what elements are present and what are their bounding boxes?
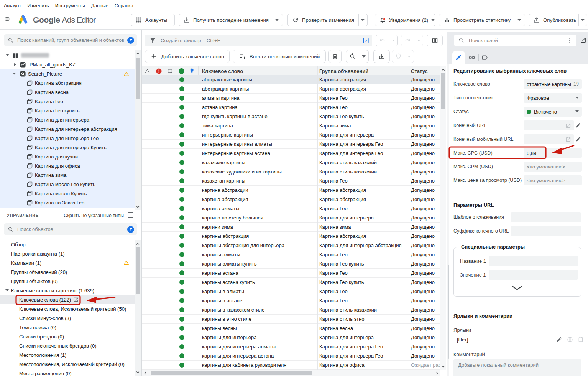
scroll-up-icon[interactable] — [135, 51, 141, 56]
keyword-row[interactable]: картины весны Картина весна Допущено — [142, 324, 440, 333]
tree-item-adgroup[interactable]: Картина для интерьера Купить — [0, 143, 135, 152]
management-item[interactable]: Группы объявлений (20) — [0, 267, 135, 277]
tree-item-adgroup[interactable]: Картина Гео — [0, 97, 135, 106]
keyword-row[interactable]: астана картина Картина Гео Допущено — [142, 103, 440, 112]
cell-keyword[interactable]: картины астана купить — [199, 279, 317, 285]
cell-status[interactable]: Допущено — [409, 316, 440, 322]
scroll-up-icon[interactable] — [440, 67, 446, 72]
cell-group[interactable]: Картина для интерьера — [317, 132, 409, 138]
cell-status[interactable]: Допущено — [409, 141, 440, 147]
keyword-row[interactable]: зима картина Картина зима Допущено — [142, 121, 440, 130]
campaign-search-input[interactable]: Поиск кампаний, групп объявлений и объек… — [4, 34, 137, 46]
cell-status[interactable]: Допущено — [409, 114, 440, 119]
table-vertical-scrollbar[interactable] — [440, 66, 446, 370]
management-item[interactable]: Темы поиска (0) — [0, 323, 135, 332]
keyword-row[interactable]: картины алматы Картина Гео Допущено — [142, 250, 440, 259]
keyword-row[interactable]: картина алматы Картина Гео Допущено — [142, 204, 440, 213]
cell-group[interactable]: Картина весна — [317, 325, 409, 331]
management-scrollbar[interactable] — [135, 240, 141, 376]
cell-status[interactable]: Допущено — [409, 307, 440, 313]
keyword-row[interactable]: картины для кабинета руководителя Картин… — [142, 361, 440, 370]
field-input[interactable]: 0,89 — [524, 148, 582, 158]
cell-group[interactable]: Картина зима — [317, 123, 409, 129]
cell-group[interactable]: Картина для интерьера Гео — [317, 150, 409, 156]
management-item[interactable]: Группы объектов (0) — [0, 277, 135, 286]
menu-item[interactable]: Данные — [91, 3, 108, 8]
expand-params-icon[interactable] — [511, 285, 523, 290]
field-input[interactable] — [511, 212, 581, 222]
tree-item-adgroup[interactable]: Картина для офиса — [0, 161, 135, 170]
cell-status[interactable]: Допущено — [409, 261, 440, 267]
column-changed-icon[interactable] — [142, 66, 153, 76]
cell-status[interactable]: Допущено — [409, 104, 440, 110]
management-item[interactable]: Кампании (1) — [0, 258, 135, 267]
bulk-edit-button[interactable]: Внести несколько изменений — [233, 50, 326, 63]
suggestions-button-group[interactable] — [392, 50, 414, 63]
hide-types-checkbox[interactable] — [128, 212, 133, 218]
column-idea-icon[interactable] — [187, 66, 199, 76]
cell-keyword[interactable]: картины в этно стиле — [199, 316, 317, 322]
column-status-icon[interactable] — [176, 66, 187, 76]
redo-button[interactable] — [401, 35, 414, 46]
tree-item-adgroup[interactable]: Картина для кухни — [0, 152, 135, 161]
cell-group[interactable]: Картина стиль казахский — [317, 160, 409, 165]
scroll-down-icon[interactable] — [440, 364, 446, 369]
field-select[interactable]: Включено — [524, 107, 582, 117]
cell-status[interactable]: Допущено — [409, 298, 440, 303]
cell-keyword[interactable]: картины для интерьера астана — [199, 353, 317, 359]
undo-dropdown[interactable] — [389, 35, 397, 46]
cell-keyword[interactable]: где купить картины в астане — [199, 114, 317, 119]
undo-button[interactable] — [376, 35, 389, 46]
field-input[interactable] — [524, 134, 574, 144]
cell-group[interactable]: Картина абстракция — [317, 77, 409, 82]
cell-status[interactable]: Допущено — [409, 187, 440, 193]
open-in-window-icon[interactable] — [580, 37, 586, 43]
cell-status[interactable]: Допущено — [409, 325, 440, 331]
cell-group[interactable]: Картина Гео — [317, 104, 409, 110]
cell-keyword[interactable]: картины алматы купить — [199, 261, 317, 267]
keyword-row[interactable]: картины алматы купить Картина Гео купить… — [142, 259, 440, 269]
keyword-row[interactable]: картини зима Картина зима Допущено — [142, 223, 440, 232]
keyword-row[interactable]: интерьерные картины Картина для интерьер… — [142, 130, 440, 140]
filter-input[interactable]: Создайте фильтр – Ctrl+F — [145, 35, 372, 46]
cell-group[interactable]: Картина стиль казахский — [317, 169, 409, 175]
keyword-row[interactable]: картины в казахском стиле Картина стиль … — [142, 305, 440, 315]
tree-item-adgroup[interactable]: Картина масло Гео купить — [0, 180, 135, 189]
cell-group[interactable]: Картина Гео — [317, 270, 409, 276]
scroll-up-icon[interactable] — [135, 241, 141, 246]
field-input[interactable]: страктные картины19 — [524, 79, 582, 89]
keyword-row[interactable]: картина абстракция Картина абстракция До… — [142, 195, 440, 204]
check-changes-dropdown[interactable] — [358, 14, 367, 26]
menu-item[interactable]: Справка — [115, 3, 133, 8]
cell-keyword[interactable]: картини зима — [199, 224, 317, 230]
field-input[interactable] — [489, 270, 578, 280]
tree-item-search-campaign[interactable]: Search_Picture — [0, 69, 135, 78]
tree-expander-icon[interactable] — [5, 54, 10, 56]
cell-group[interactable]: Картина стиль казахский — [317, 307, 409, 313]
cell-group[interactable]: Картина Гео — [317, 252, 409, 257]
redo-button-group[interactable] — [401, 35, 423, 46]
check-changes-button[interactable]: Проверить изменения — [287, 14, 368, 26]
cell-status[interactable]: Допущено — [409, 206, 440, 211]
cell-group[interactable]: Картина абстракция — [317, 187, 409, 193]
management-item[interactable]: Ключевые слова (122) — [0, 295, 135, 304]
tree-item-adgroup[interactable]: Картина весна — [0, 87, 135, 97]
table-scrollbar-thumb[interactable] — [441, 73, 445, 109]
cell-keyword[interactable]: интерьерные картины астана — [199, 150, 317, 156]
keyword-row[interactable]: картины в алматы Картина Гео Допущено — [142, 287, 440, 296]
keyword-row[interactable]: картины для интерьера Картина для интерь… — [142, 333, 440, 342]
cell-keyword[interactable]: абстракция картины — [199, 86, 317, 92]
column-header-group[interactable]: Группа объявлений — [317, 68, 409, 74]
cell-keyword[interactable]: картины абстракция для интерьера — [199, 242, 317, 248]
cell-group[interactable]: Картина для интерьера абстракция — [317, 242, 409, 248]
external-link-icon[interactable] — [73, 297, 79, 302]
tab-edit[interactable] — [452, 51, 465, 64]
management-item[interactable]: Местоположения (1) — [0, 350, 135, 360]
keyword-row[interactable]: картины в этно стиле Картина стиль этно … — [142, 315, 440, 324]
cell-keyword[interactable]: картины астана — [199, 270, 317, 276]
choose-columns-button[interactable] — [427, 35, 443, 46]
view-statistics-button[interactable]: Просмотреть статистику — [439, 14, 525, 26]
export-button[interactable] — [373, 50, 390, 63]
keyword-row[interactable]: казахские картины Картина стиль казахски… — [142, 158, 440, 167]
filter-help-icon[interactable] — [363, 37, 369, 44]
